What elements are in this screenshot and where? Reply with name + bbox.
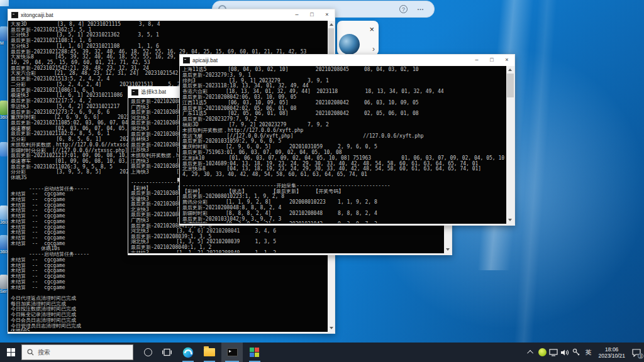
console-line: 天津时时彩 [9, 3, 9, 7, 3] 20201031042 9, 3, … — [182, 222, 505, 223]
action-center-button[interactable]: 3 — [629, 343, 644, 362]
scroll-down-icon[interactable] — [508, 219, 512, 221]
console-line: 休眠60S — [11, 329, 326, 331]
window-title: 选择k3.bat — [141, 89, 166, 96]
task-view-button[interactable] — [157, 343, 176, 362]
minimize-button[interactable]: – — [289, 9, 304, 21]
speaker-icon — [560, 349, 569, 356]
windows-logo-icon — [7, 348, 15, 356]
wallpaper-light-beam — [513, 0, 557, 352]
scroll-up-icon[interactable] — [508, 69, 512, 71]
clock-date: 2023/10/21 — [598, 353, 625, 359]
scroll-up-icon[interactable] — [330, 23, 333, 26]
colorful-app-icon — [250, 348, 260, 358]
window-title: apicaiji.bat — [192, 57, 218, 63]
taskbar-app-button[interactable] — [245, 343, 264, 362]
cortana-icon — [144, 348, 152, 356]
tray-volume-button[interactable] — [559, 343, 570, 362]
search-placeholder: 搜索 — [38, 348, 50, 357]
globe-image — [339, 34, 360, 55]
minimize-button[interactable]: – — [469, 55, 484, 66]
cortana-button[interactable] — [138, 343, 157, 362]
scroll-down-icon[interactable] — [446, 248, 450, 251]
chevron-up-icon — [527, 350, 533, 356]
chevron-right-icon[interactable]: › — [372, 45, 375, 53]
scroll-down-icon[interactable] — [330, 327, 333, 329]
console-icon — [11, 12, 18, 18]
desktop-icon-image — [0, 275, 8, 289]
window-apicaiji: apicaiji.bat – □ × 上海11选5 [08, 04, 03, 0… — [179, 54, 515, 226]
desktop-icon-image — [0, 101, 8, 115]
360-safety-icon — [538, 348, 547, 356]
desktop-icon-image — [0, 206, 8, 220]
maximize-button[interactable]: □ — [484, 55, 499, 66]
console-line: 今日管理员日志清理时间已完成 — [11, 324, 326, 329]
titlebar[interactable]: apicaiji.bat – □ × — [180, 55, 514, 66]
taskbar-cmd-button-active[interactable] — [221, 343, 243, 362]
desktop: M 360 360 360 Ser ? … × › xitongcaiji.ba… — [0, 0, 644, 362]
console-line: 4, 29, 30, 33, 40, 42, 48, 54, 58, 60, 6… — [182, 172, 505, 178]
tray-360-button[interactable] — [536, 343, 548, 362]
desktop-icon-fragment[interactable] — [0, 0, 9, 6]
desktop-icon-image — [0, 26, 8, 41]
console-icon — [183, 57, 190, 63]
close-icon[interactable]: × — [369, 26, 374, 33]
system-tray: 英 18:06 2023/10/21 3 — [525, 343, 644, 362]
titlebar[interactable]: xitongcaiji.bat – □ × — [8, 9, 335, 21]
close-button[interactable]: × — [499, 55, 514, 66]
task-view-icon — [162, 348, 172, 356]
taskbar: 搜索 — [0, 343, 644, 362]
scrollbar-thumb[interactable] — [507, 74, 514, 97]
notification-card[interactable]: × › — [337, 21, 379, 55]
taskbar-explorer-button[interactable] — [200, 343, 219, 362]
window-title: xitongcaiji.bat — [21, 12, 53, 18]
key-icon — [572, 348, 580, 356]
edge-icon — [182, 347, 194, 358]
console-output: 上海11选5 [08, 04, 03, 02, 10] 20210208045 … — [180, 66, 505, 223]
taskbar-edge-button[interactable] — [179, 343, 197, 362]
folder-icon — [204, 348, 215, 356]
close-button[interactable]: × — [319, 9, 335, 21]
taskbar-clock[interactable]: 18:06 2023/10/21 — [594, 346, 629, 359]
help-icon[interactable]: ? — [399, 5, 408, 13]
notification-badge: 3 — [638, 353, 643, 359]
tray-expand-button[interactable] — [525, 343, 536, 362]
taskbar-search-input[interactable]: 搜索 — [21, 344, 133, 360]
console-line: 未结算 -- cgcgame — [11, 285, 326, 291]
tray-display-button[interactable] — [548, 343, 559, 362]
scrollbar[interactable] — [506, 66, 514, 224]
tray-key-button[interactable] — [570, 343, 582, 362]
desktop-icon-image — [0, 235, 8, 250]
console-line: 吉林快3 [1, 1, 2] 20210208040 1, 1, 2 — [131, 251, 442, 253]
console-icon — [131, 89, 138, 96]
clock-time: 18:06 — [598, 346, 625, 353]
more-options-icon[interactable]: … — [417, 4, 424, 11]
ime-indicator[interactable]: 英 — [582, 348, 594, 357]
search-icon — [27, 349, 34, 356]
desktop-icon-image — [0, 142, 8, 156]
scrollbar-thumb[interactable] — [328, 28, 334, 57]
monitor-icon — [549, 349, 558, 356]
maximize-button[interactable]: □ — [304, 9, 319, 21]
cmd-icon — [227, 348, 238, 356]
start-button[interactable] — [0, 343, 21, 362]
